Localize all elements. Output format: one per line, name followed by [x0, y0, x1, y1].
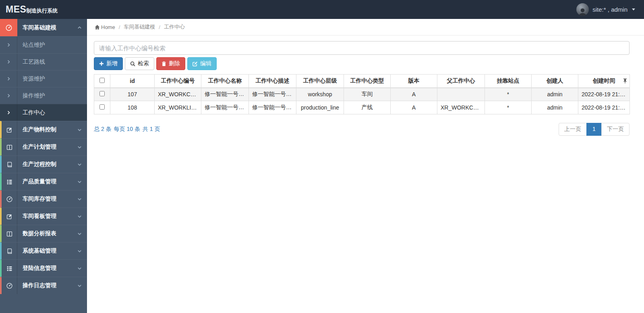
logo-text-main: MES	[6, 4, 26, 15]
sidebar-item-resource-maintenance[interactable]: 资源维护	[0, 70, 87, 87]
logo-text-sub: 制造执行系统	[26, 7, 58, 15]
sidebar-group-workshop-modeling[interactable]: 车间基础建模	[0, 19, 87, 36]
columns-icon	[2, 139, 17, 155]
chevron-down-icon	[77, 284, 82, 288]
cell-name: 修一智能一号车间	[201, 88, 249, 101]
search-input[interactable]	[94, 41, 630, 55]
dashboard-icon	[2, 191, 17, 207]
column-header[interactable]: 工作中心类型	[344, 75, 391, 88]
pin-icon[interactable]	[623, 79, 627, 83]
column-header[interactable]: 创建时间	[578, 75, 630, 88]
sidebar-group-quality-management[interactable]: 产品质量管理	[0, 173, 87, 190]
main-content: Home / 车间基础建模 / 工作中心 新增 检索 删除 编辑	[87, 19, 644, 313]
cell-type: 产线	[344, 101, 391, 114]
cell-creator: admin	[532, 88, 578, 101]
sidebar-item-operation-maintenance[interactable]: 操作维护	[0, 87, 87, 104]
page-number-button[interactable]: 1	[586, 123, 602, 136]
column-header[interactable]: 工作中心名称	[201, 75, 249, 88]
chevron-down-icon	[77, 249, 82, 253]
column-header[interactable]: 父工作中心	[437, 75, 485, 88]
cell-code: XR_WORKLINE...	[155, 101, 201, 114]
sidebar-item-label: 工作中心	[17, 109, 87, 116]
column-header[interactable]: 工作中心描述	[249, 75, 296, 88]
edit-button[interactable]: 编辑	[187, 57, 217, 70]
column-header[interactable]: 创建人	[532, 75, 578, 88]
cell-name: 修一智能一号S...	[201, 101, 249, 114]
sidebar-group-login-info[interactable]: 登陆信息管理	[0, 259, 87, 277]
book-icon	[2, 243, 17, 259]
chevron-down-icon	[77, 145, 82, 149]
cell-version: A	[391, 101, 437, 114]
prev-page-button[interactable]: 上一页	[559, 123, 587, 136]
column-header[interactable]: 工作中心编号	[155, 75, 201, 88]
chevron-right-icon	[0, 37, 17, 53]
chevron-down-icon	[77, 180, 82, 184]
cell-station: *	[485, 88, 532, 101]
chevron-right-icon	[0, 104, 17, 121]
sidebar-item-process-route[interactable]: 工艺路线	[0, 53, 87, 70]
user-label: site:* , admin	[592, 6, 627, 13]
table-row[interactable]: 108 XR_WORKLINE... 修一智能一号S... 修一智能一号S...…	[94, 101, 630, 114]
row-checkbox-cell	[94, 88, 110, 101]
delete-button[interactable]: 删除	[156, 57, 185, 70]
chevron-down-icon	[77, 197, 82, 201]
breadcrumb-separator: /	[118, 24, 122, 30]
sidebar-group-label: 车间库存管理	[17, 195, 77, 203]
edit-icon	[2, 121, 17, 138]
pagination-pages: 共 1 页	[143, 126, 160, 133]
breadcrumb-item[interactable]: 车间基础建模	[124, 23, 155, 31]
search-button[interactable]: 检索	[125, 57, 154, 70]
cell-description: 修一智能一号S...	[249, 101, 296, 114]
sidebar-item-site-maintenance[interactable]: 站点维护	[0, 36, 87, 53]
breadcrumb-item-current: 工作中心	[164, 23, 185, 31]
pagination-buttons: 上一页 1 下一页	[559, 123, 630, 136]
cell-parent: XR_WORKCEN...	[437, 101, 485, 114]
cell-level: production_line	[296, 101, 344, 114]
cell-version: A	[391, 88, 437, 101]
pagination-pagesize-dropdown[interactable]: 每页 10 条	[114, 126, 140, 133]
chevron-right-icon	[0, 54, 17, 70]
user-menu[interactable]: site:* , admin	[576, 3, 644, 16]
sidebar-group-system-management[interactable]: 系统基础管理	[0, 242, 87, 259]
home-icon	[95, 25, 100, 30]
sidebar-group-material-control[interactable]: 生产物料控制	[0, 121, 87, 138]
sidebar-group-plan-management[interactable]: 生产计划管理	[0, 138, 87, 155]
book-icon	[2, 156, 17, 173]
plus-icon	[99, 61, 104, 66]
table-row[interactable]: 107 XR_WORKCEN... 修一智能一号车间 修一智能一号车间 work…	[94, 88, 630, 101]
column-header[interactable]: 挂靠站点	[485, 75, 532, 88]
add-button[interactable]: 新增	[94, 57, 123, 70]
dashboard-icon	[0, 19, 17, 36]
row-checkbox[interactable]	[99, 91, 105, 96]
toolbar: 新增 检索 删除 编辑	[94, 57, 630, 70]
chevron-right-icon	[0, 70, 17, 87]
cell-parent	[437, 88, 485, 101]
sidebar-item-label: 操作维护	[17, 92, 87, 99]
cell-created-time: 2022-08-19 21:1...	[578, 101, 630, 114]
cell-creator: admin	[532, 101, 578, 114]
next-page-button[interactable]: 下一页	[601, 123, 630, 136]
sidebar-group-inventory-management[interactable]: 车间库存管理	[0, 190, 87, 207]
cell-level: workshop	[296, 88, 344, 101]
select-all-checkbox[interactable]	[99, 78, 105, 83]
dashboard-icon	[2, 277, 17, 294]
sidebar-group-operation-log[interactable]: 操作日志管理	[0, 277, 87, 294]
avatar	[576, 3, 589, 16]
column-header[interactable]: 工作中心层级	[296, 75, 344, 88]
sidebar-group-label: 生产计划管理	[17, 143, 77, 151]
row-checkbox[interactable]	[99, 104, 105, 110]
cell-id: 108	[110, 101, 155, 114]
search-icon	[130, 61, 135, 66]
cell-created-time: 2022-08-19 21:1...	[578, 88, 630, 101]
column-header[interactable]: 版本	[391, 75, 437, 88]
sidebar-group-board-management[interactable]: 车间看板管理	[0, 207, 87, 225]
sidebar-group-process-control[interactable]: 生产过程控制	[0, 155, 87, 173]
list-icon	[2, 173, 17, 190]
breadcrumb-home[interactable]: Home	[95, 24, 115, 30]
sidebar-group-label: 生产物料控制	[17, 126, 77, 133]
sidebar-item-work-center[interactable]: 工作中心	[0, 104, 87, 121]
sidebar-group-data-analysis[interactable]: 数据分析报表	[0, 225, 87, 242]
cell-code: XR_WORKCEN...	[155, 88, 201, 101]
sidebar-group-label: 车间基础建模	[17, 24, 77, 31]
column-header[interactable]: id	[110, 75, 155, 88]
